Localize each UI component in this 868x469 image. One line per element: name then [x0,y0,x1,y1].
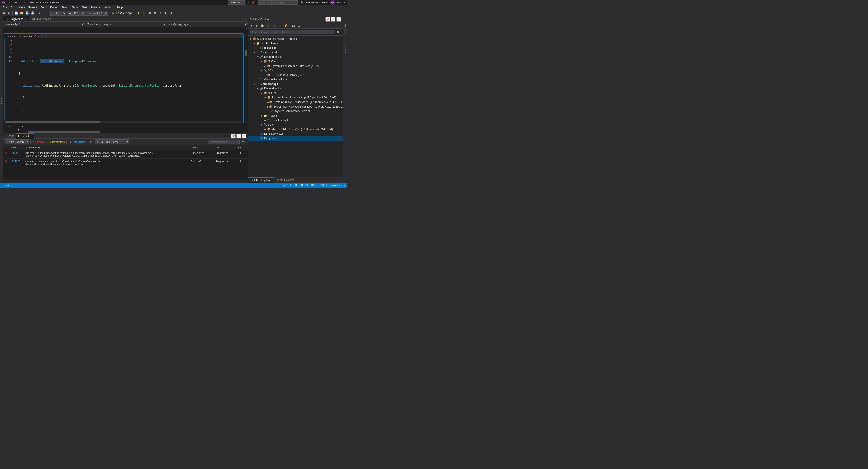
tree-ssmp-ca1[interactable]: ▶ 📦 System.ServiceModel.Primitives (4.5.… [248,104,343,109]
se-properties-button[interactable]: 🏠 [260,23,265,28]
toolbar-btn-9[interactable]: ✦ [158,11,163,15]
error-count-badge[interactable]: ✕ 2 Errors [30,140,46,144]
se-search-input[interactable] [250,30,335,34]
se-minimize-button[interactable]: ─ [331,17,336,22]
tab-emailservice-cs[interactable]: EmailService.cs [29,16,53,22]
ca1-arrow[interactable]: ▼ [252,83,256,86]
ssmp-ca1-arrow[interactable]: ▶ [267,105,269,108]
vscroll-up-button[interactable]: ▲ [245,27,248,30]
toolbar-btn-6[interactable]: ⊟ [142,11,147,15]
project-dropdown[interactable]: ConsoleApp1 [85,11,108,15]
deps-cl1-arrow[interactable]: ▼ [256,56,260,58]
tree-root[interactable]: ▼ 📦 Solution 'ConsoleApp1' (2 projects) [248,37,343,41]
toolbar-btn-10[interactable]: ❰ [163,11,168,15]
tree-classlibrary1[interactable]: ▼ ⬡ ClassLibrary1 [248,50,343,55]
tree-custombehavior[interactable]: C# CustomBehavior.cs [248,77,343,82]
menu-view[interactable]: View [17,5,27,9]
se-forward-button[interactable]: ▶ [254,23,259,28]
tab-close-program[interactable]: ✕ [25,18,27,20]
scope-filter-dropdown[interactable]: Entire Solution [5,139,29,144]
attach-button[interactable]: ⚡ [136,11,141,15]
se-back-button[interactable]: ◀ [249,23,254,28]
run-button[interactable]: ▶ [110,11,116,15]
bottom-hscroll[interactable] [3,180,248,182]
spsm-arrow[interactable]: ▶ [267,101,269,103]
maximize-button[interactable]: □ [340,1,342,4]
peek-hscroll-thumb[interactable] [5,121,100,123]
editor-hscroll[interactable] [3,131,245,133]
nuget-ca1-arrow[interactable]: ▼ [260,92,264,94]
sdk-ca1-arrow[interactable]: ▼ [260,124,264,126]
peek-code-text[interactable]: { public class CustomBehavior : IEndpoin… [13,38,243,121]
sdk-cl1-arrow[interactable]: ▶ [260,69,264,72]
vscroll-thumb[interactable] [245,50,247,57]
ssmp-442-arrow[interactable]: ▶ [264,65,267,67]
tab-program-cs[interactable]: C# Program.cs ✕ [3,16,29,22]
menu-tools[interactable]: Tools [70,5,80,9]
col-file-header[interactable]: File [214,146,237,149]
bottom-panel-pin[interactable]: 📌 [231,134,236,138]
nuget-cl1-arrow[interactable]: ▼ [260,60,264,63]
class-nav-dropdown[interactable]: ConsoleApp1.Program [85,22,166,27]
team-explorer-footer-tab[interactable]: Team Explorer [274,177,297,183]
toolbar-btn-11[interactable]: ❱ [168,11,174,15]
close-editor-button[interactable]: ✕ [243,16,248,22]
menu-help[interactable]: Help [115,5,125,9]
si-arrow[interactable]: ▼ [252,42,256,45]
menu-analyze[interactable]: Analyze [89,5,102,9]
error-search-button[interactable]: 🔍 [241,139,246,144]
ssmh-arrow[interactable]: ▼ [264,97,267,99]
se-search-button[interactable]: 🔍 [336,30,341,35]
platform-dropdown[interactable]: Any CPU [67,11,85,15]
solution-explorer-footer-tab[interactable]: Solution Explorer [248,177,274,183]
menu-test[interactable]: Test [80,5,89,9]
peek-hscroll[interactable] [4,121,243,123]
properties-tab[interactable]: Properties [343,43,347,56]
tree-sdk-ca1[interactable]: ▼ 🔧 SDK [248,123,343,127]
bottom-panel-minimize[interactable]: ─ [237,134,241,138]
peek-code-area[interactable]: 6 ✏7 8 9 10 11 { public class CustomBeha [4,38,243,123]
pin-peek-icon[interactable]: 📌 [34,35,36,37]
se-extra-button-2[interactable]: ⊡ [296,23,301,28]
menu-team[interactable]: Team [60,5,70,9]
quick-launch-input[interactable] [258,0,298,4]
close-button[interactable]: ✕ [343,1,345,4]
tree-program-cs[interactable]: C# Program.cs [248,136,343,140]
member-nav-dropdown[interactable]: Main(string[] args) [166,22,248,27]
tree-consoleapp1[interactable]: ▼ ⬡ ConsoleApp1 [248,82,343,86]
menu-file[interactable]: File [1,5,9,9]
back-button[interactable]: ◀ [1,11,6,15]
save-all-button[interactable]: 💾 [30,11,35,15]
col-line-header[interactable]: Line [237,146,248,149]
tree-emailservice[interactable]: C# EmailService.cs [248,132,343,136]
cl1-arrow[interactable]: ▼ [252,51,256,54]
tree-nuget-ca1[interactable]: ▼ 📦 NuGet [248,91,343,95]
se-pin-button[interactable]: 📌 [326,17,330,22]
se-refresh-button[interactable]: ⟳ [265,23,270,28]
redo-button[interactable]: ↪ [43,11,48,15]
tree-global-json[interactable]: { } global.json [248,46,343,50]
root-arrow[interactable]: ▼ [249,38,252,40]
editor-vscroll[interactable]: ▲ ▼ [245,27,248,133]
menu-build[interactable]: Build [39,5,49,9]
tree-deps-ca1[interactable]: ▼ 🔗 Dependencies [248,86,343,91]
tree-deps-cl1[interactable]: ▼ 🔗 Dependencies [248,55,343,59]
bottom-panel-close[interactable]: ✕ [242,134,246,138]
col-type-header[interactable] [3,146,9,149]
tree-sdk-cl1[interactable]: ▶ 🔧 SDK [248,68,343,73]
tree-cl1-ref[interactable]: ▶ ⬡ ClassLibrary1 [248,118,343,123]
se-collapse-button[interactable]: ─ [278,23,283,28]
col-code-header[interactable]: Code [9,146,23,149]
notifications-tab[interactable]: Notifications [343,21,347,36]
warning-count-badge[interactable]: ⚠ 0 Warnings [47,140,67,144]
peek-tab-custombehavior[interactable]: C# CustomBehavior.cs 📌 ✕ [4,34,41,38]
cl1-ref-arrow[interactable]: ▶ [264,119,267,122]
message-count-badge[interactable]: ℹ 0 Messages [68,140,87,144]
error-row-1[interactable]: ✕ CS1503 Argument 1: cannot convert from… [3,159,248,167]
hscroll-thumb[interactable] [28,131,100,133]
tree-netcore[interactable]: ▶ 📦 Microsoft.NETCore.App (2.1.0-preview… [248,127,343,132]
menu-debug[interactable]: Debug [49,5,60,9]
netcore-arrow[interactable]: ▶ [264,128,267,131]
se-extra-button[interactable]: ⊟ [291,23,296,28]
minimize-button[interactable]: ─ [338,1,339,4]
